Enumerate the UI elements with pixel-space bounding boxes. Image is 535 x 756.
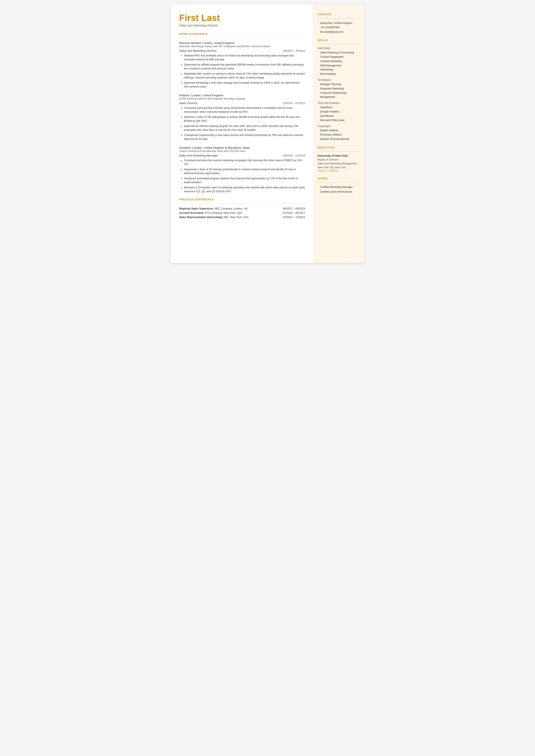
hard-skills-list: Sales Planning & Forecasting Contract Ne… (318, 51, 360, 76)
prev-exp-table: Regional Sales Supervisor, ABC Company, … (179, 207, 305, 219)
job-header-3: Sales and Marketing Manager 10/2018 – 11… (179, 154, 305, 157)
bullet-list-1: Attained RW's first profitable year in i… (179, 54, 305, 89)
prev-exp-row-2: Account Executive, XYZ Company, New York… (179, 211, 305, 215)
contact-list: Derbyshire, United Kingdom +44 123456789… (318, 21, 360, 34)
company-name-2: Polyhire, London, United Kingdom (179, 93, 305, 97)
prev-exp-section-title: PREVIOUS EXPERIENCE (179, 198, 305, 201)
bullet-2-1: Conceived and launched incentive plans a… (181, 106, 305, 114)
bullet-2-3: Approved an effective training program f… (181, 124, 305, 132)
techniques-list: Strategic Planning Integrated Marketing … (318, 82, 360, 99)
company-bold-2: Polyhire, London, United Kingdom (179, 94, 223, 97)
company-name-1: Resume Worded, London, United Kingdom (179, 41, 305, 45)
prev-exp-divider (179, 203, 305, 204)
prev-exp-title-2: Account Executive, XYZ Company, New York… (179, 211, 274, 215)
technique-1: Strategic Planning (318, 82, 360, 87)
work-experience-section-title: WORK EXPERIENCE (179, 33, 305, 36)
skills-divider (318, 44, 360, 44)
bullet-3-4: Mentored a 20-member team of marketing s… (181, 185, 305, 193)
right-column: CONTACT Derbyshire, United Kingdom +44 1… (313, 4, 365, 263)
work-experience-divider (179, 38, 305, 38)
company-bold-1: Resume Worded, London, United Kingdom (179, 42, 235, 44)
contact-location: Derbyshire, United Kingdom (318, 21, 360, 25)
bullet-1-1: Attained RW's first profitable year in i… (181, 54, 305, 61)
skill-6: Demodulation (318, 72, 360, 76)
other-section-title: OTHER (318, 177, 360, 180)
job-header-2: Sales Director 12/2019 – 07/2021 (179, 101, 305, 105)
job-title-2: Sales Director (179, 101, 198, 105)
bullet-1-4: Approved developing a new sales strategy… (181, 81, 305, 89)
languages-list: English (Native) Romanian (Native) Spani… (318, 128, 360, 141)
skill-4: Staff Management (318, 64, 360, 68)
education-section-title: EDUCATION (318, 146, 360, 149)
company-name-3: Growthsi, London, United Kingdom & Barce… (179, 146, 305, 150)
edu-degree: Master of Science (318, 158, 360, 162)
candidate-title: Sales and Marketing Director (179, 24, 305, 27)
candidate-name: First Last (179, 13, 305, 23)
left-column: First Last Sales and Marketing Director … (171, 4, 313, 263)
prev-exp-dates-1: 06/2017 – 09/2018 (274, 207, 305, 211)
tool-2: Google Analytics (318, 110, 360, 114)
contact-phone: +44 1234567890 (318, 25, 360, 30)
bullet-3-2: Supervised a team of 2K industry profess… (181, 167, 305, 175)
prev-exp-dates-3: 07/2014 – 12/2015 (274, 215, 305, 219)
company-bold-3: Growthsi, London, United Kingdom & Barce… (179, 146, 250, 149)
job-title-3: Sales and Marketing Manager (179, 154, 218, 157)
skill-5: Advertising (318, 68, 360, 72)
company-block-2: Polyhire, London, United Kingdom NYSE-li… (179, 93, 305, 141)
tools-list: Salesforce Google Analytics QuickBooks M… (318, 105, 360, 123)
edu-dates: 10/2011 - 06/2014 (318, 169, 360, 172)
other-item-1: Certified Marketing Manager. (318, 185, 360, 189)
edu-location: New York City, New York (318, 165, 360, 169)
technique-3: Customer Relationship Management (318, 91, 360, 99)
contact-section-title: CONTACT (318, 13, 360, 16)
company-block-3: Growthsi, London, United Kingdom & Barce… (179, 146, 305, 193)
other-item-2: Certified Sales Professional. (318, 190, 360, 194)
resume-page: First Last Sales and Marketing Director … (171, 4, 365, 263)
bullet-list-2: Conceived and launched incentive plans a… (179, 106, 305, 141)
edu-school-name: University of New York (318, 154, 360, 157)
company-desc-3: Career training and membership SaaS with… (179, 150, 305, 153)
prev-exp-row-3: Sales Representative (Internship), ABC, … (179, 215, 305, 219)
skills-section-title: SKILLS (318, 39, 360, 42)
language-1: English (Native) (318, 128, 360, 133)
job-dates-1: 08/2021 – Present (283, 49, 305, 52)
job-dates-2: 12/2019 – 07/2021 (283, 102, 305, 105)
job-title-1: Sales and Marketing Director (179, 49, 217, 52)
education-divider (318, 151, 360, 152)
bullet-3-3: Introduced automated program systems tha… (181, 177, 305, 184)
tools-label: Tools and Software: (318, 101, 360, 104)
edu-field: Sales and Marketing Management (318, 162, 360, 165)
skill-1: Sales Planning & Forecasting (318, 51, 360, 55)
company-block-1: Resume Worded, London, United Kingdom Ed… (179, 41, 305, 89)
prev-exp-dates-2: 01/2016 – 05/2017 (274, 211, 305, 215)
prev-exp-row-1: Regional Sales Supervisor, ABC Company, … (179, 207, 305, 211)
language-2: Romanian (Native) (318, 133, 360, 137)
bullet-2-4: Championed implementing a new sales proc… (181, 133, 305, 141)
job-dates-3: 10/2018 – 11/2019 (283, 154, 305, 157)
hard-skills-label: Hard Skills: (318, 47, 360, 50)
skill-3: Creative Marketing (318, 59, 360, 64)
technique-2: Integrated Marketing (318, 87, 360, 91)
tool-1: Salesforce (318, 105, 360, 110)
education-block-1: University of New York Master of Science… (318, 154, 360, 172)
bullet-3-1: Conceived and launched several marketing… (181, 158, 305, 166)
languages-label: Languages: (318, 125, 360, 127)
bullet-1-2: Supervised an affiliate program that gen… (181, 63, 305, 70)
language-3: Spanish (Conversational) (318, 137, 360, 141)
contact-divider (318, 18, 360, 18)
other-divider (318, 182, 360, 182)
skill-2: Contract Negotiation (318, 55, 360, 59)
company-desc-1: Education technology startup with 50+ em… (179, 45, 305, 48)
tool-3: QuickBooks (318, 114, 360, 118)
tool-4: Microsoft Office Suite (318, 118, 360, 123)
bullet-1-3: Negotiated with vendors on pricing to re… (181, 72, 305, 79)
prev-exp-title-1: Regional Sales Supervisor, ABC Company, … (179, 207, 274, 211)
other-list: Certified Marketing Manager. Certified S… (318, 185, 360, 194)
techniques-label: Techniques: (318, 78, 360, 81)
company-desc-2: NYSE-listed recruitment and employer bra… (179, 97, 305, 100)
bullet-2-2: Mentored a team of 700 salespeople to ac… (181, 115, 305, 123)
contact-email: first.last@gmail.com (318, 30, 360, 34)
job-header-1: Sales and Marketing Director 08/2021 – P… (179, 49, 305, 52)
bullet-list-3: Conceived and launched several marketing… (179, 158, 305, 193)
prev-exp-title-3: Sales Representative (Internship), ABC, … (179, 215, 274, 219)
